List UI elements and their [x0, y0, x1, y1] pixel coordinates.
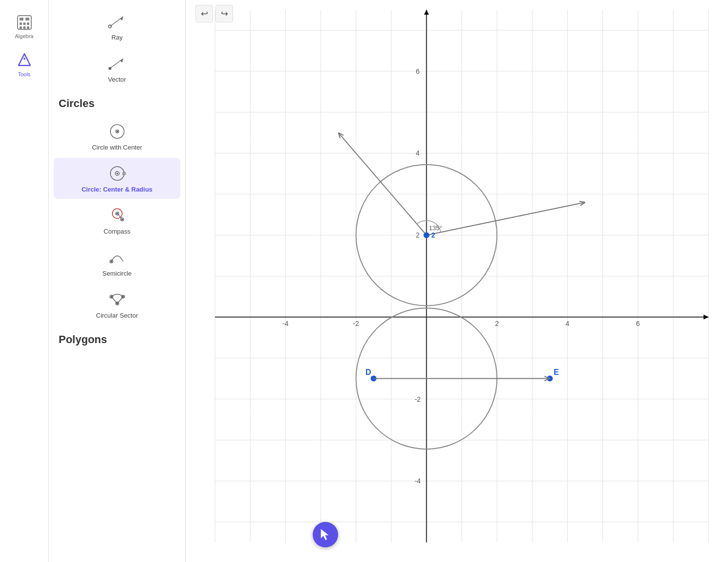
tool-item-semicircle[interactable]: Semicircle: [54, 242, 180, 283]
tool-item-circular-sector[interactable]: Circular Sector: [54, 284, 180, 325]
sidebar-item-tools[interactable]: Tools: [5, 48, 44, 81]
ray-icon: [107, 12, 127, 31]
redo-button[interactable]: ↪: [215, 5, 233, 22]
circles-section-title: Circles: [49, 90, 185, 115]
svg-rect-7: [23, 26, 25, 29]
svg-marker-12: [120, 17, 123, 21]
svg-rect-6: [20, 26, 22, 29]
tool-item-ray[interactable]: Ray: [54, 6, 180, 47]
svg-point-37: [116, 303, 118, 304]
grid-canvas[interactable]: [186, 0, 728, 562]
circular-sector-icon: [107, 290, 127, 309]
svg-point-31: [110, 261, 112, 262]
compass-label: Compass: [104, 228, 130, 235]
svg-point-35: [122, 296, 124, 298]
circle-center-radius-label: Circle: Center & Radius: [82, 186, 152, 193]
tool-panel: Ray Vector Circles Circle with Center: [49, 0, 186, 562]
polygons-section-title: Polygons: [49, 326, 185, 351]
svg-point-33: [110, 296, 112, 298]
svg-point-26: [116, 213, 118, 215]
vector-icon: [107, 54, 127, 73]
svg-marker-38: [321, 529, 328, 540]
svg-point-16: [108, 67, 111, 70]
cursor-button[interactable]: [313, 522, 338, 547]
svg-rect-1: [20, 18, 23, 21]
semicircle-label: Semicircle: [103, 270, 132, 277]
tool-item-circle-with-center[interactable]: Circle with Center: [54, 116, 180, 157]
svg-rect-5: [27, 22, 29, 25]
cursor-icon: [319, 528, 332, 541]
tool-item-compass[interactable]: Compass: [54, 200, 180, 241]
tools-icon: [16, 52, 33, 69]
svg-rect-2: [25, 18, 29, 21]
svg-rect-4: [23, 22, 25, 25]
sidebar-icons: Algebra Tools: [0, 0, 49, 562]
tool-item-vector[interactable]: Vector: [54, 48, 180, 89]
svg-point-19: [116, 131, 118, 132]
svg-point-22: [116, 173, 118, 174]
semicircle-icon: [107, 248, 127, 267]
toolbar: ↩ ↪: [195, 5, 233, 22]
sidebar-tools-label: Tools: [18, 71, 31, 77]
circular-sector-label: Circular Sector: [96, 312, 138, 319]
tool-item-circle-center-radius[interactable]: Circle: Center & Radius: [54, 158, 180, 199]
circle-with-center-icon: [107, 122, 127, 141]
main-canvas-area: ↩ ↪: [186, 0, 728, 562]
circle-center-radius-icon: [107, 164, 127, 183]
svg-rect-8: [27, 26, 29, 29]
calculator-icon: [16, 14, 33, 31]
svg-point-28: [121, 219, 123, 220]
svg-rect-3: [20, 22, 22, 25]
svg-point-10: [23, 58, 25, 60]
vector-label: Vector: [108, 76, 126, 83]
sidebar-algebra-label: Algebra: [15, 33, 34, 39]
compass-icon: [107, 206, 127, 225]
sidebar-item-algebra[interactable]: Algebra: [5, 10, 44, 43]
ray-label: Ray: [111, 34, 123, 41]
circle-with-center-label: Circle with Center: [92, 144, 142, 151]
svg-marker-15: [120, 59, 123, 63]
undo-button[interactable]: ↩: [195, 5, 213, 22]
